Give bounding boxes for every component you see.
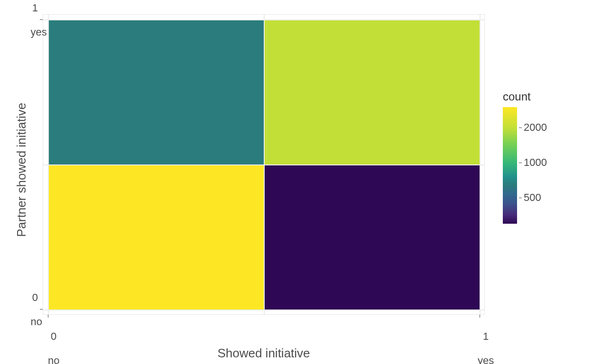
- legend-colorbar: [503, 107, 517, 224]
- x-axis-title: Showed initiative: [43, 346, 485, 361]
- x-tick: [480, 315, 480, 318]
- y-tick-main: 0: [32, 291, 38, 303]
- legend-colorbar-wrap: 2000 1000 500: [503, 107, 583, 224]
- legend-tick-label: 500: [524, 191, 541, 204]
- y-tick-sub: no: [30, 316, 42, 328]
- heatmap-cell: [49, 165, 264, 309]
- x-tick: [48, 315, 48, 318]
- heatmap-cell: [265, 165, 480, 309]
- heatmap-chart: 0 no 1 yes Showed initiative 0 no 1 yes …: [0, 0, 592, 364]
- y-tick-label: 0 no: [19, 280, 38, 339]
- heatmap-cell: [265, 20, 480, 164]
- legend-tick: [519, 127, 522, 128]
- x-tick-main: 0: [51, 330, 56, 342]
- legend-tick: [519, 198, 522, 198]
- plot-panel: [43, 14, 485, 315]
- legend-tick-label: 2000: [524, 121, 547, 134]
- legend: count 2000 1000 500: [503, 90, 583, 224]
- legend-tick-label: 1000: [524, 156, 547, 169]
- legend-tick: [519, 163, 522, 163]
- y-tick: [40, 19, 43, 20]
- y-tick-main: 1: [32, 2, 38, 14]
- y-axis-title: Partner showed initiative: [14, 103, 29, 237]
- y-tick-sub: yes: [30, 26, 46, 38]
- legend-title: count: [503, 90, 583, 103]
- heatmap-cell: [49, 20, 264, 164]
- y-tick-label: 1 yes: [19, 0, 38, 50]
- x-tick-main: 1: [483, 330, 489, 342]
- y-tick: [40, 309, 43, 309]
